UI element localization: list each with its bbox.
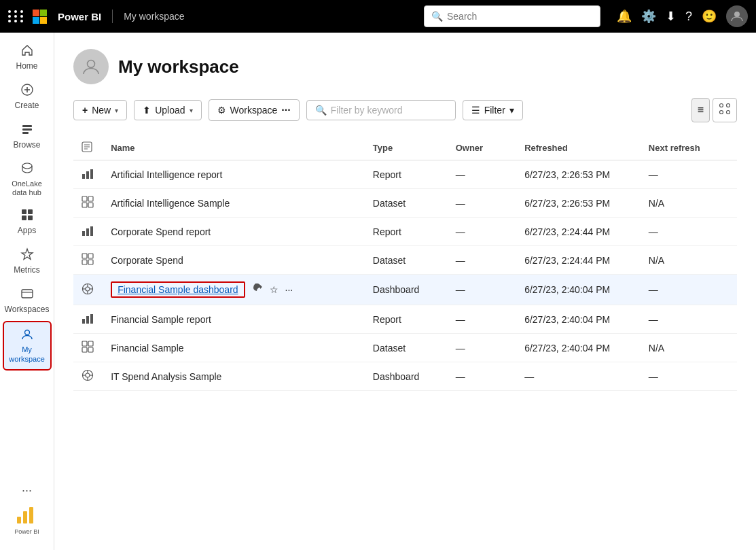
workspace-avatar bbox=[73, 49, 109, 84]
svg-rect-29 bbox=[90, 169, 93, 179]
row-icon bbox=[73, 362, 103, 391]
svg-point-42 bbox=[86, 287, 90, 291]
search-input[interactable] bbox=[447, 11, 593, 22]
notification-icon[interactable]: 🔔 bbox=[617, 9, 632, 24]
search-icon: 🔍 bbox=[431, 11, 443, 22]
filter-icon: ☰ bbox=[471, 105, 480, 116]
svg-rect-17 bbox=[29, 507, 33, 523]
row-refreshed: 6/27/23, 2:40:04 PM bbox=[516, 275, 641, 305]
search-box[interactable]: 🔍 bbox=[424, 5, 600, 27]
svg-rect-37 bbox=[82, 254, 87, 258]
toolbar: + New ▾ ⬆ Upload ▾ ⚙ Workspace ··· 🔍 Fil… bbox=[73, 98, 737, 122]
row-type: Dataset bbox=[365, 189, 448, 218]
filter-keyword-box[interactable]: 🔍 Filter by keyword bbox=[306, 100, 456, 120]
col-type: Type bbox=[365, 136, 448, 160]
help-icon[interactable]: ? bbox=[685, 10, 692, 24]
new-button[interactable]: + New ▾ bbox=[73, 100, 127, 120]
svg-point-20 bbox=[727, 104, 730, 107]
svg-rect-40 bbox=[88, 260, 93, 264]
row-type: Dashboard bbox=[365, 275, 448, 305]
filter-button[interactable]: ☰ Filter ▾ bbox=[463, 100, 523, 120]
user-avatar[interactable] bbox=[726, 5, 748, 27]
sidebar-item-create-label: Create bbox=[14, 101, 39, 110]
col-name: Name bbox=[103, 136, 365, 160]
svg-rect-53 bbox=[88, 347, 93, 352]
workspace-settings-icon: ⚙ bbox=[217, 105, 226, 116]
row-name-cell: Artificial Intelligence report bbox=[103, 160, 365, 189]
feedback-icon[interactable]: 🙂 bbox=[702, 9, 717, 24]
svg-rect-6 bbox=[22, 132, 29, 134]
table-row: Financial SampleDataset—6/27/23, 2:40:04… bbox=[73, 334, 737, 362]
svg-point-21 bbox=[720, 111, 723, 114]
row-name: Financial Sample report bbox=[111, 314, 211, 325]
row-owner: — bbox=[448, 160, 516, 189]
nav-divider bbox=[112, 10, 113, 23]
workspace-more-icon: ··· bbox=[281, 104, 290, 116]
items-table: Name Type Owner Refreshed Next refresh A… bbox=[73, 136, 737, 391]
sidebar-item-browse-label: Browse bbox=[13, 140, 40, 150]
svg-rect-11 bbox=[28, 216, 33, 220]
sidebar-item-onelake-label: OneLake data hub bbox=[7, 179, 48, 197]
sidebar-item-workspaces[interactable]: Workspaces bbox=[3, 281, 52, 320]
apps-waffle-icon[interactable] bbox=[8, 10, 24, 22]
row-next-refresh: N/A bbox=[641, 246, 737, 275]
new-label: New bbox=[92, 105, 111, 116]
svg-rect-12 bbox=[22, 290, 33, 298]
settings-icon[interactable]: ⚙️ bbox=[641, 9, 656, 24]
my-workspace-icon bbox=[20, 328, 34, 343]
grid-view-button[interactable] bbox=[713, 98, 737, 122]
upload-chevron-icon: ▾ bbox=[190, 107, 193, 114]
topnav-action-icons: 🔔 ⚙️ ⬇ ? 🙂 bbox=[617, 5, 748, 27]
row-refreshed: 6/27/23, 2:24:44 PM bbox=[516, 218, 641, 246]
row-refreshed: 6/27/23, 2:24:44 PM bbox=[516, 246, 641, 275]
favorite-icon[interactable]: ☆ bbox=[270, 284, 278, 295]
share-icon[interactable] bbox=[252, 283, 263, 296]
svg-rect-8 bbox=[22, 209, 26, 214]
download-icon[interactable]: ⬇ bbox=[666, 9, 676, 24]
sidebar-more-button[interactable]: ... bbox=[19, 478, 35, 498]
col-next-refresh: Next refresh bbox=[641, 136, 737, 160]
upload-button[interactable]: ⬆ Upload ▾ bbox=[134, 100, 201, 120]
apps-icon bbox=[20, 208, 34, 224]
row-icon bbox=[73, 189, 103, 218]
filter-chevron-icon: ▾ bbox=[509, 105, 514, 116]
metrics-icon bbox=[20, 247, 34, 263]
svg-rect-27 bbox=[82, 174, 85, 179]
list-view-button[interactable]: ≡ bbox=[691, 98, 710, 122]
row-icon bbox=[73, 334, 103, 362]
table-row: Artificial Intelligence reportReport—6/2… bbox=[73, 160, 737, 189]
svg-rect-35 bbox=[86, 228, 89, 236]
svg-rect-15 bbox=[17, 517, 21, 523]
sidebar-item-home[interactable]: Home bbox=[3, 38, 52, 76]
row-name-cell: Corporate Spend bbox=[103, 246, 365, 275]
sidebar-item-onelake[interactable]: OneLake data hub bbox=[3, 156, 52, 201]
sidebar-item-apps[interactable]: Apps bbox=[3, 203, 52, 241]
upload-label: Upload bbox=[155, 105, 185, 116]
plus-icon: + bbox=[82, 105, 88, 116]
row-type: Dashboard bbox=[365, 362, 448, 391]
workspace-button[interactable]: ⚙ Workspace ··· bbox=[209, 99, 300, 121]
sidebar-item-metrics-label: Metrics bbox=[14, 265, 40, 275]
browse-icon bbox=[20, 122, 34, 138]
svg-rect-36 bbox=[90, 226, 93, 236]
row-type: Report bbox=[365, 218, 448, 246]
workspace-label: Workspace bbox=[230, 105, 278, 116]
new-chevron-icon: ▾ bbox=[115, 107, 118, 114]
main-layout: Home Create Browse OneLake data hub Apps bbox=[0, 33, 756, 550]
more-options-icon[interactable]: ··· bbox=[285, 284, 293, 295]
row-icon bbox=[73, 305, 103, 334]
row-type: Report bbox=[365, 160, 448, 189]
row-owner: — bbox=[448, 189, 516, 218]
table-body: Artificial Intelligence reportReport—6/2… bbox=[73, 160, 737, 391]
sidebar-item-my-workspace[interactable]: My workspace bbox=[3, 321, 52, 370]
row-icon bbox=[73, 218, 103, 246]
svg-rect-39 bbox=[82, 260, 87, 264]
sidebar-item-create[interactable]: Create bbox=[3, 78, 52, 116]
svg-point-0 bbox=[734, 12, 740, 17]
sidebar-item-browse[interactable]: Browse bbox=[3, 117, 52, 155]
svg-rect-52 bbox=[82, 347, 87, 352]
filter-placeholder: Filter by keyword bbox=[331, 105, 403, 116]
row-name-link[interactable]: Financial Sample dashboard bbox=[118, 284, 238, 295]
svg-rect-51 bbox=[88, 341, 93, 346]
sidebar-item-metrics[interactable]: Metrics bbox=[3, 242, 52, 280]
